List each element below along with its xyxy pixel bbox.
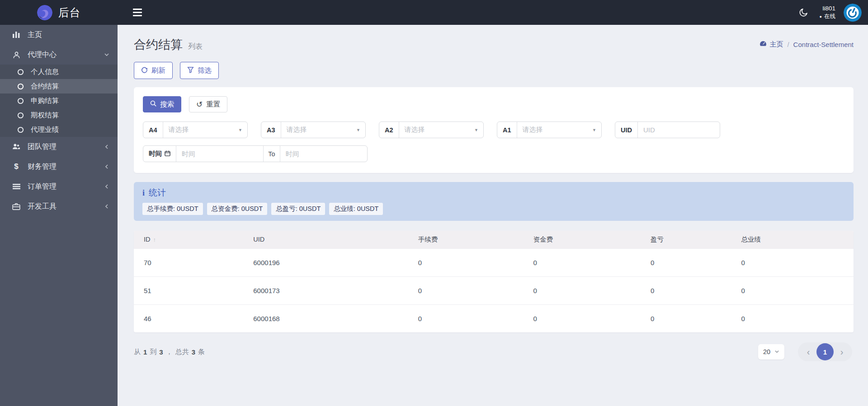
uid-input[interactable] [638, 126, 720, 134]
stats-title: i 统计 [142, 187, 845, 199]
caret-down-icon: ▼ [356, 128, 365, 132]
table-row[interactable]: 46 6000168 0 0 0 0 [134, 304, 854, 332]
page-size-select[interactable]: 20 [758, 344, 784, 359]
cell-funding: 0 [533, 248, 651, 276]
time-from-input[interactable] [176, 150, 263, 158]
topbar-right: li801 ● 在线 [795, 4, 868, 22]
select-a2[interactable]: A2 请选择 ▼ [379, 121, 484, 138]
list-footer: 从1到3，总共3条 20 ‹ 1 › [134, 342, 854, 361]
sidebar-item-agent-center[interactable]: 代理中心 [0, 45, 118, 65]
cell-funding: 0 [533, 304, 651, 332]
select-a2-placeholder: 请选择 [399, 126, 475, 134]
online-dot-icon: ● [820, 14, 822, 19]
team-icon [11, 143, 21, 150]
filter-button[interactable]: 筛选 [180, 62, 219, 79]
circle-icon [16, 69, 24, 75]
brand-title: 后台 [58, 5, 81, 20]
page-head: 合约结算 列表 主页 / Contract-Settlement [134, 37, 854, 53]
chevron-left-icon [104, 204, 109, 209]
breadcrumb-home-link[interactable]: 主页 [760, 40, 783, 49]
reset-icon: ↺ [196, 101, 203, 108]
filter-label: 筛选 [198, 66, 212, 75]
results-table: ID↑ UID 手续费 资金费 盈亏 总业绩 70 6000196 0 0 0 … [134, 231, 854, 332]
table-row[interactable]: 51 6000173 0 0 0 0 [134, 276, 854, 304]
time-label-box: 时间 [143, 146, 176, 162]
sidebar-item-label: 订单管理 [28, 182, 57, 191]
select-a3-placeholder: 请选择 [281, 126, 357, 134]
select-a4-label: A4 [143, 122, 163, 138]
time-to-input[interactable] [280, 150, 367, 158]
user-block[interactable]: li801 ● 在线 [820, 5, 835, 20]
sort-asc-icon: ↑ [153, 236, 156, 243]
select-a4-placeholder: 请选择 [163, 126, 239, 134]
caret-down-icon: ▼ [592, 128, 601, 132]
search-label: 搜索 [160, 100, 174, 109]
column-header-funding[interactable]: 资金费 [533, 231, 651, 248]
sidebar-item-label: 申购结算 [31, 96, 59, 106]
select-a3-label: A3 [261, 122, 281, 138]
time-range-group: 时间 To [143, 145, 368, 162]
stat-badge-total-fee: 总手续费: 0USDT [142, 203, 203, 215]
select-a1[interactable]: A1 请选择 ▼ [497, 121, 602, 138]
hamburger-menu-icon[interactable] [130, 6, 145, 19]
sidebar-item-label: 主页 [28, 30, 42, 40]
cell-fee: 0 [418, 276, 533, 304]
select-a1-placeholder: 请选择 [517, 126, 593, 134]
column-header-id[interactable]: ID↑ [134, 231, 253, 248]
cell-pnl: 0 [651, 276, 741, 304]
chevron-left-icon [104, 184, 109, 189]
select-a4[interactable]: A4 请选择 ▼ [143, 121, 248, 138]
sidebar-item-order-management[interactable]: 订单管理 [0, 177, 118, 196]
list-icon [11, 183, 21, 190]
online-status: ● 在线 [820, 13, 835, 20]
sidebar-item-personal-info[interactable]: 个人信息 [0, 65, 118, 79]
next-page-button[interactable]: › [835, 345, 848, 358]
search-panel: 搜索 ↺ 重置 A4 请选择 ▼ A3 请选择 ▼ A2 请选择 ▼ [134, 87, 854, 173]
sidebar-item-dev-tools[interactable]: 开发工具 [0, 196, 118, 216]
column-header-pnl[interactable]: 盈亏 [651, 231, 741, 248]
search-button[interactable]: 搜索 [143, 96, 181, 112]
brand: 后台 [0, 0, 118, 25]
sidebar-item-contract-settlement[interactable]: 合约结算 [0, 79, 118, 93]
calendar-icon [165, 150, 170, 158]
sidebar-item-label: 个人信息 [31, 67, 59, 77]
reset-button[interactable]: ↺ 重置 [189, 96, 227, 112]
prev-page-button[interactable]: ‹ [802, 345, 815, 358]
time-label: 时间 [149, 149, 162, 158]
sidebar-item-options-settlement[interactable]: 期权结算 [0, 108, 118, 122]
pagination: ‹ 1 › [798, 342, 852, 361]
toolbar: 刷新 筛选 [134, 62, 854, 79]
current-page-button[interactable]: 1 [816, 343, 834, 360]
time-to-label: To [263, 146, 280, 162]
refresh-button[interactable]: 刷新 [134, 62, 173, 79]
username: li801 [820, 5, 835, 13]
sidebar-item-label: 财务管理 [28, 162, 57, 172]
cell-id: 51 [134, 276, 253, 304]
uid-input-group: UID [615, 121, 720, 138]
sidebar-item-subscription-settlement[interactable]: 申购结算 [0, 93, 118, 108]
sidebar-item-label: 代理业绩 [31, 125, 59, 135]
reset-label: 重置 [206, 100, 220, 109]
table-row[interactable]: 70 6000196 0 0 0 0 [134, 248, 854, 276]
column-header-total[interactable]: 总业绩 [741, 231, 854, 248]
column-header-fee[interactable]: 手续费 [418, 231, 533, 248]
select-a3[interactable]: A3 请选择 ▼ [261, 121, 366, 138]
sidebar-item-team-management[interactable]: 团队管理 [0, 137, 118, 157]
select-a2-label: A2 [379, 122, 399, 138]
cell-id: 46 [134, 304, 253, 332]
sidebar-item-home[interactable]: 主页 [0, 25, 118, 45]
chevron-down-icon [104, 52, 109, 57]
cell-id: 70 [134, 248, 253, 276]
dark-mode-moon-icon[interactable] [795, 5, 811, 21]
refresh-label: 刷新 [151, 66, 165, 75]
results-table-card: ID↑ UID 手续费 资金费 盈亏 总业绩 70 6000196 0 0 0 … [134, 231, 854, 332]
avatar[interactable] [844, 4, 862, 22]
cell-total: 0 [741, 304, 854, 332]
sidebar-item-finance-management[interactable]: $ 财务管理 [0, 157, 118, 177]
bar-chart-icon [11, 31, 21, 38]
cell-pnl: 0 [651, 248, 741, 276]
column-header-uid[interactable]: UID [253, 231, 418, 248]
table-header-row: ID↑ UID 手续费 资金费 盈亏 总业绩 [134, 231, 854, 248]
breadcrumb-current: Contract-Settlement [793, 41, 854, 48]
sidebar-item-agent-performance[interactable]: 代理业绩 [0, 122, 118, 137]
